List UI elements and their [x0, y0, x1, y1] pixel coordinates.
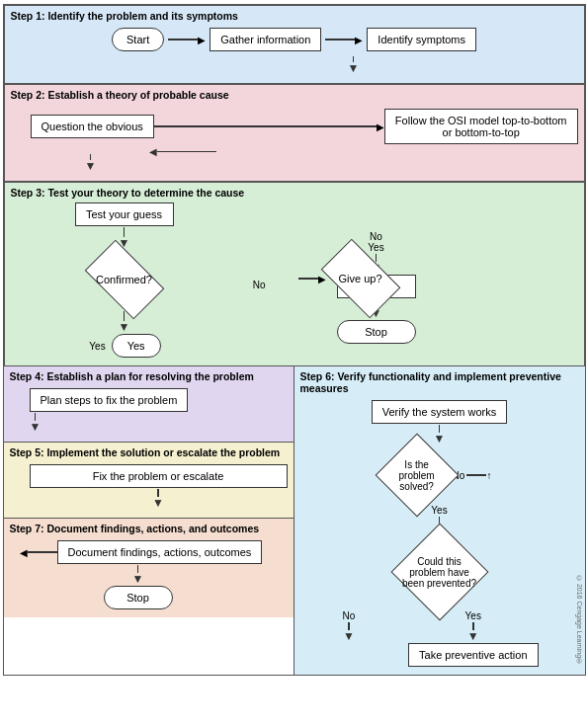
- confirmed-diamond: Confirmed?: [90, 258, 159, 301]
- step2-section: Step 2: Establish a theory of probable c…: [4, 84, 585, 182]
- step3-title: Step 3: Test your theory to determine th…: [11, 187, 578, 199]
- stop-node-step7: Stop: [104, 586, 173, 609]
- fix-escalate-node: Fix the problem or escalate: [30, 464, 288, 488]
- verify-works-node: Verify the system works: [372, 400, 508, 424]
- arrow-confirmed-down: ▼: [87, 311, 160, 333]
- step5-section: Step 5: Implement the solution or escala…: [4, 443, 294, 519]
- step4-section: Step 4: Establish a plan for resolving t…: [4, 366, 294, 443]
- bottom-sections: Step 4: Establish a plan for resolving t…: [4, 366, 585, 675]
- copyright: © 2016 Cengage Learning®: [576, 575, 583, 665]
- prevented-diamond: Could this problem have been prevented?: [405, 537, 474, 607]
- diagram-wrapper: Step 1: Identify the problem and its sym…: [3, 4, 586, 676]
- yes-label-giveup: Yes: [368, 242, 383, 253]
- stop-node-step3: Stop: [337, 320, 416, 344]
- test-guess-node: Test your guess: [75, 202, 174, 226]
- document-node: Document findings, actions, outcomes: [57, 540, 263, 564]
- follow-osi-node: Follow the OSI model top-to-bottomor bot…: [384, 109, 578, 144]
- left-col: Step 4: Establish a plan for resolving t…: [4, 366, 294, 675]
- no-label-prevented: No: [343, 610, 356, 621]
- step1-section: Step 1: Identify the problem and its sym…: [4, 5, 585, 84]
- yes-label-confirmed: Yes: [89, 341, 105, 352]
- question-obvious-node: Question the obvious: [31, 115, 154, 138]
- step3-left: Test your guess ▼ Confirmed? No: [11, 202, 238, 358]
- step7-title: Step 7: Document findings, actions, and …: [10, 523, 288, 534]
- step7-section: Step 7: Document findings, actions, and …: [4, 519, 294, 617]
- step6-title: Step 6: Verify functionality and impleme…: [300, 370, 579, 394]
- arrow-step2-down: ▼: [85, 154, 97, 172]
- plan-steps-node: Plan steps to fix the problem: [30, 388, 189, 412]
- arrow-step1-down: ▼: [348, 56, 360, 74]
- yes-oval-step3: Yes: [112, 334, 161, 358]
- gather-info-node: Gather information: [210, 28, 321, 51]
- yes-label-solved: Yes: [431, 505, 447, 516]
- step2-title: Step 2: Establish a theory of probable c…: [11, 89, 578, 101]
- solved-diamond: Is the problem solved?: [387, 445, 447, 505]
- yes-label-prevented: Yes: [465, 610, 481, 621]
- step1-title: Step 1: Identify the problem and its sym…: [11, 10, 578, 22]
- take-preventive-node: Take preventive action: [408, 643, 538, 667]
- right-col: Step 6: Verify functionality and impleme…: [294, 366, 585, 675]
- identify-symptoms-node: Identify symptoms: [367, 28, 476, 51]
- giveup-diamond: Give up?: [326, 257, 395, 300]
- follow-osi-label: Follow the OSI model top-to-bottomor bot…: [395, 115, 567, 138]
- step3-right: ▶ Give up? No Yes: [248, 202, 446, 358]
- step4-title: Step 4: Establish a plan for resolving t…: [10, 370, 288, 382]
- start-node: Start: [112, 28, 164, 51]
- no-label-giveup: No: [370, 231, 382, 242]
- step3-section: Step 3: Test your theory to determine th…: [4, 182, 585, 366]
- step6-section: Step 6: Verify functionality and impleme…: [294, 366, 585, 675]
- arrow1: ▶: [168, 35, 206, 45]
- arrow2: ▶: [325, 35, 363, 45]
- step5-title: Step 5: Implement the solution or escala…: [10, 446, 288, 458]
